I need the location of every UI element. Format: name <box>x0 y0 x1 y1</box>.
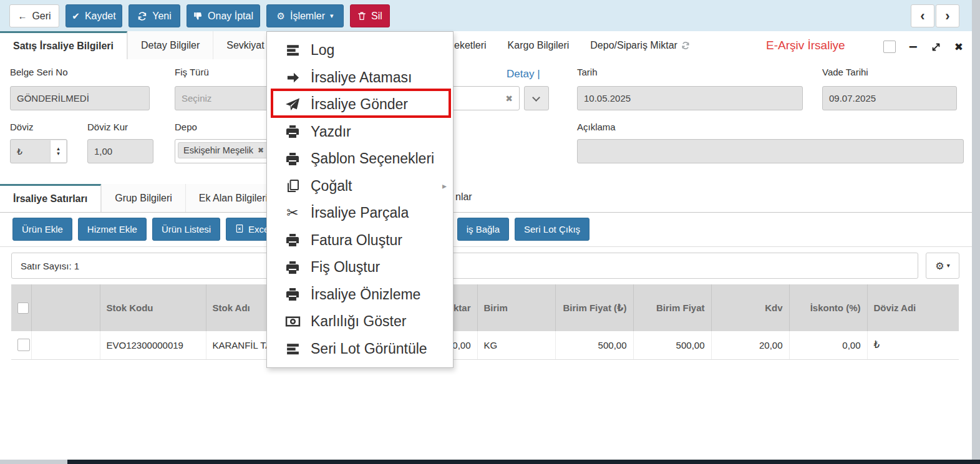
money-bill-icon <box>284 314 301 329</box>
spinner-icons[interactable]: ▴▾ <box>50 140 66 162</box>
scissors-icon: ✂ <box>284 206 301 220</box>
header-birim[interactable]: Birim <box>477 284 555 331</box>
doviz-kur-label: Döviz Kur <box>87 122 128 132</box>
urun-ekle-button[interactable]: Ürün Ekle <box>12 218 72 241</box>
save-button[interactable]: ✔ Kaydet <box>65 4 122 27</box>
cancel-approval-button[interactable]: Onay İptal <box>187 4 260 27</box>
line-tab-bar: İrsaliye Satırları Grup Bilgileri Ek Ala… <box>0 184 972 212</box>
delete-button-label: Sil <box>371 11 382 22</box>
back-button-label: Geri <box>32 11 51 22</box>
printer-icon <box>284 260 301 275</box>
tab-detay-bilgiler[interactable]: Detay Bilgiler <box>127 31 213 59</box>
vade-tarihi-input[interactable] <box>822 86 957 110</box>
refresh-icon <box>137 11 147 21</box>
cell-birim-fiyat: 500,00 <box>633 331 711 359</box>
cell-birim: KG <box>477 331 555 359</box>
row-count-label: Satır Sayısı: 1 <box>11 253 918 279</box>
paper-plane-icon <box>284 97 301 112</box>
operations-button[interactable]: ⚙ İşlemler ▾ <box>266 4 344 27</box>
tag-remove-icon[interactable]: ✖ <box>258 146 264 155</box>
clear-icon[interactable]: ✖ <box>505 94 513 104</box>
table-row[interactable]: EVO12300000019 KARANFİL TA 10,00 KG 500,… <box>11 331 959 359</box>
menu-item-sablon-secenekleri[interactable]: Şablon Seçenekleri <box>267 145 453 173</box>
aciklama-input[interactable] <box>577 139 964 163</box>
tab-irsaliye-satirlari[interactable]: İrsaliye Satırları <box>0 184 101 212</box>
previous-record-button[interactable]: ‹ <box>911 4 934 27</box>
tarih-label: Tarih <box>577 67 598 77</box>
tab-satis-irsaliye-bilgileri[interactable]: Satış İrsaliye Bilgileri <box>0 31 127 59</box>
check-icon: ✔ <box>72 11 80 21</box>
header-stok-kodu[interactable]: Stok Kodu <box>100 284 206 331</box>
back-button[interactable]: ← Geri <box>9 4 59 27</box>
cell-iskonto: 0,00 <box>789 331 867 359</box>
line-button-row: Ürün Ekle Hizmet Ekle Ürün Listesi Excel… <box>0 213 972 247</box>
invoice-form: Belge Seri No Fiş Türü Detay | ✖ Tarih V… <box>0 59 972 184</box>
pin-checkbox[interactable] <box>883 41 896 53</box>
tab-nlar-fragment[interactable]: nlar <box>455 191 472 203</box>
submenu-caret-icon: ▸ <box>442 181 447 191</box>
bottom-bar <box>67 460 980 464</box>
cell-birim-fiyat-tl: 500,00 <box>555 331 633 359</box>
printer-icon <box>284 124 301 139</box>
tab-depo-siparis-miktar[interactable]: Depo/Sipariş Miktar <box>590 40 690 51</box>
menu-item-cogalt[interactable]: Çoğalt ▸ <box>267 173 453 200</box>
page-background-strip <box>972 0 980 464</box>
menu-item-log[interactable]: Log <box>267 37 453 64</box>
detay-link[interactable]: Detay | <box>507 68 540 80</box>
doviz-select[interactable]: ₺ ▴▾ <box>10 139 67 163</box>
menu-item-irsaliye-onizleme[interactable]: İrsaliye Önizleme <box>267 281 453 309</box>
menu-item-fis-olustur[interactable]: Fiş Oluştur <box>267 254 453 281</box>
refresh-icon[interactable] <box>681 41 690 50</box>
invoice-lines-table: Stok Kodu Stok Adı iktar Birim Birim Fiy… <box>11 284 959 360</box>
printer-icon <box>284 152 301 167</box>
app-window: ← Geri ✔ Kaydet Yeni Onay İptal ⚙ İşleml… <box>0 0 972 460</box>
delete-button[interactable]: Sil <box>350 4 390 27</box>
menu-item-karliligi-goster[interactable]: Karlılığı Göster <box>267 308 453 336</box>
new-button[interactable]: Yeni <box>129 4 180 27</box>
row-checkbox[interactable] <box>17 339 30 351</box>
caret-down-icon: ▾ <box>57 152 60 157</box>
aciklama-label: Açıklama <box>577 122 616 132</box>
row-empty-cell <box>31 331 100 359</box>
close-icon[interactable]: ✖ <box>954 41 963 54</box>
header-birim-fiyat[interactable]: Birim Fiyat <box>633 284 711 331</box>
header-birim-fiyat-tl[interactable]: Birim Fiyat (₺) <box>555 284 633 331</box>
tab-grup-bilgileri[interactable]: Grup Bilgileri <box>101 184 185 212</box>
header-kdv[interactable]: Kdv <box>711 284 789 331</box>
doviz-kur-input[interactable] <box>87 139 153 163</box>
menu-item-irsaliye-gonder[interactable]: İrsaliye Gönder <box>267 91 453 118</box>
vade-tarihi-label: Vade Tarihi <box>822 67 868 77</box>
header-doviz-adi[interactable]: Döviz Adi <box>867 284 959 331</box>
urun-listesi-button[interactable]: Ürün Listesi <box>152 218 220 241</box>
siparis-bagla-button[interactable]: iş Bağla <box>457 218 509 241</box>
top-toolbar: ← Geri ✔ Kaydet Yeni Onay İptal ⚙ İşleml… <box>0 0 972 31</box>
expand-icon[interactable] <box>931 42 941 52</box>
operations-menu: Log İrsaliye Ataması İrsaliye Gönder Yaz… <box>266 31 454 368</box>
tab-eketleri-fragment[interactable]: eketleri <box>454 40 487 51</box>
cari-dropdown-button[interactable] <box>524 86 549 110</box>
hizmet-ekle-button[interactable]: Hizmet Ekle <box>78 218 147 241</box>
menu-item-irsaliye-atamasi[interactable]: İrsaliye Ataması <box>267 64 453 92</box>
header-empty-cell <box>31 284 100 331</box>
minimize-icon[interactable]: − <box>909 38 918 56</box>
seri-lot-cikis-button[interactable]: Seri Lot Çıkış <box>515 218 589 241</box>
select-all-checkbox[interactable] <box>17 302 29 314</box>
menu-item-fatura-olustur[interactable]: Fatura Oluştur <box>267 227 453 254</box>
arrow-right-icon <box>284 70 301 85</box>
thumbs-down-icon <box>193 11 203 21</box>
chevron-down-icon <box>532 94 540 102</box>
tab-kargo-bilgileri[interactable]: Kargo Bilgileri <box>508 40 570 51</box>
tarih-input[interactable] <box>577 86 803 110</box>
menu-item-irsaliye-parcala[interactable]: ✂ İrsaliye Parçala <box>267 200 453 227</box>
header-checkbox-cell <box>11 284 31 331</box>
menu-item-seri-lot-goruntule[interactable]: Seri Lot Görüntüle <box>267 336 453 363</box>
doviz-value: ₺ <box>17 147 22 157</box>
grid-settings-button[interactable]: ⚙▾ <box>926 253 959 279</box>
belge-seri-no-label: Belge Seri No <box>10 67 68 77</box>
chevron-right-icon: › <box>945 8 949 24</box>
menu-item-yazdir[interactable]: Yazdır <box>267 118 453 146</box>
depo-select[interactable]: Eskişehir Meşelik ✖ <box>175 139 268 163</box>
belge-seri-no-input[interactable] <box>10 86 150 110</box>
header-iskonto[interactable]: İskonto (%) <box>789 284 867 331</box>
next-record-button[interactable]: › <box>936 4 959 27</box>
